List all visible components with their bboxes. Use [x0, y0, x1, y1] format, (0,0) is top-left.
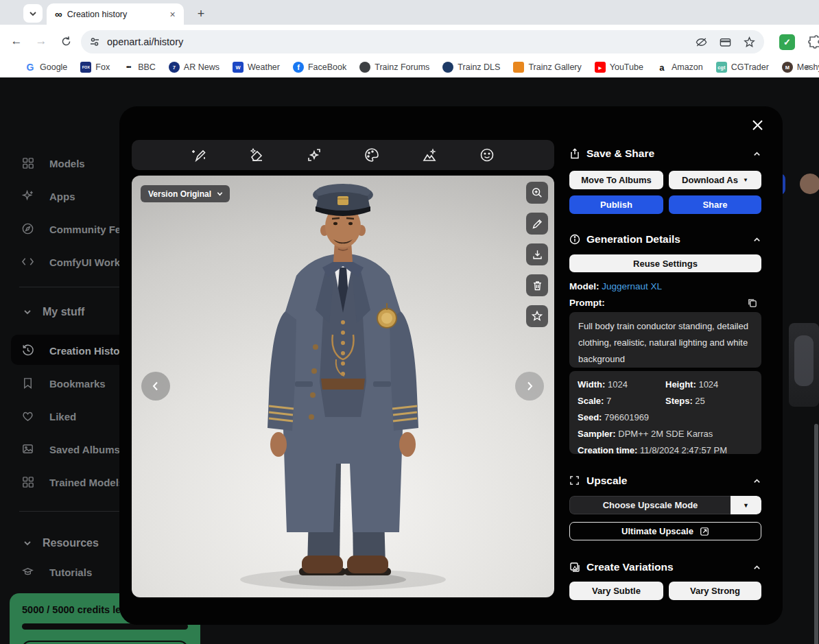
edit-toolbar [132, 140, 554, 170]
palette-icon[interactable] [363, 146, 381, 164]
forward-button[interactable]: → [33, 33, 49, 49]
trash-icon [532, 280, 543, 291]
bookmark-meshy[interactable]: MMeshy [782, 62, 819, 73]
choose-upscale-mode-button[interactable]: Choose Upscale Mode ▼ [569, 496, 761, 514]
close-icon [751, 119, 764, 132]
bookmark-cgtrader[interactable]: cgtCGTrader [716, 62, 769, 73]
generated-image [132, 176, 554, 597]
history-thumbnail-card[interactable] [789, 323, 819, 407]
bookmark-trainz-dls[interactable]: Trainz DLS [442, 62, 500, 73]
bookmark-amazon[interactable]: aAmazon [656, 62, 703, 73]
download-as-button[interactable]: Download As▼ [669, 171, 761, 189]
bookmark-weather[interactable]: WWeather [233, 62, 280, 73]
extensions-puzzle-icon[interactable] [807, 34, 819, 51]
next-image-button[interactable] [515, 372, 544, 401]
star-icon [531, 310, 543, 322]
steps-value: 25 [695, 396, 704, 406]
compass-icon [21, 222, 35, 236]
collapse-chevron-icon[interactable] [752, 563, 761, 572]
collapse-chevron-icon[interactable] [752, 235, 761, 244]
bookmarks-overflow-chevron[interactable]: » [805, 60, 811, 72]
publish-button[interactable]: Publish [569, 195, 663, 214]
save-share-header[interactable]: Save & Share [569, 147, 761, 160]
image-viewer [132, 176, 554, 597]
previous-image-button[interactable] [141, 372, 170, 401]
generation-details-header[interactable]: Generation Details [569, 233, 761, 246]
bookmark-facebook[interactable]: fFaceBook [293, 62, 346, 73]
creation-time-value: 11/8/2024 2:47:57 PM [640, 445, 727, 455]
chevron-down-icon [23, 307, 32, 317]
create-variations-header[interactable]: Create Variations [569, 561, 761, 573]
bookmark-trainz-forums[interactable]: Trainz Forums [359, 62, 429, 73]
share-icon [569, 148, 580, 159]
download-button[interactable] [526, 243, 548, 265]
dropdown-arrow-icon: ▼ [743, 177, 748, 183]
download-icon [532, 249, 543, 261]
url-text: openart.ai/history [107, 36, 695, 47]
zoom-button[interactable] [526, 182, 548, 204]
version-dropdown[interactable]: Version Original [141, 185, 230, 202]
tab-search-button[interactable] [23, 4, 43, 23]
browser-tab[interactable]: ∞ Creation history × [47, 3, 184, 25]
youtube-icon: ▶ [595, 62, 606, 73]
delete-button[interactable] [526, 274, 548, 296]
model-link[interactable]: Juggernaut XL [602, 281, 662, 291]
favorite-button[interactable] [526, 305, 548, 327]
vary-subtle-button[interactable]: Vary Subtle [569, 582, 663, 600]
bbc-icon: ••• [123, 62, 134, 73]
emotion-icon[interactable] [478, 146, 496, 164]
upgrade-button[interactable]: Upgrade [22, 641, 188, 644]
amazon-icon: a [656, 62, 667, 73]
grid-icon [21, 475, 35, 489]
move-to-albums-button[interactable]: Move To Albums [569, 171, 663, 189]
bookmark-star-icon[interactable] [743, 36, 756, 49]
magic-eraser-icon[interactable] [248, 146, 265, 164]
share-button[interactable]: Share [669, 195, 761, 214]
payment-card-icon[interactable] [719, 36, 732, 49]
fox-icon: FOX [80, 62, 91, 73]
generation-params: Width: 1024 Height: 1024 Scale: 7 Steps:… [569, 371, 761, 454]
vary-strong-button[interactable]: Vary Strong [669, 582, 761, 600]
extension-check-icon[interactable]: ✓ [779, 34, 795, 50]
copy-prompt-icon[interactable] [747, 298, 757, 308]
chevron-right-icon [524, 381, 535, 392]
reload-button[interactable] [58, 33, 74, 49]
expand-icon [569, 475, 580, 486]
eye-off-icon[interactable] [695, 36, 708, 49]
ultimate-upscale-button[interactable]: Ultimate Upscale [569, 522, 761, 540]
tutorials-icon [21, 565, 35, 579]
upscale-dropdown-arrow[interactable]: ▼ [731, 496, 761, 514]
folder-icon [513, 62, 524, 73]
collapse-chevron-icon[interactable] [752, 150, 761, 158]
new-tab-button[interactable]: + [193, 6, 209, 21]
bookmark-youtube[interactable]: ▶YouTube [595, 62, 643, 73]
user-avatar[interactable] [800, 174, 819, 194]
heart-icon [21, 409, 35, 423]
magic-edit-icon[interactable] [190, 146, 208, 164]
bookmark-fox[interactable]: FOXFox [80, 62, 110, 73]
back-button[interactable]: ← [8, 33, 25, 49]
bookmark-trainz-gallery[interactable]: Trainz Gallery [513, 62, 581, 73]
image-enhance-icon[interactable] [420, 146, 438, 164]
tab-close-button[interactable]: × [167, 8, 178, 20]
bookmark-icon [21, 377, 35, 390]
url-bar[interactable]: openart.ai/history [81, 30, 764, 53]
bookmark-google[interactable]: GGoogle [25, 62, 67, 73]
upscale-header[interactable]: Upscale [569, 475, 761, 487]
chevron-down-icon [23, 538, 32, 548]
trainz-dls-icon [442, 62, 453, 73]
prompt-text: Full body train conductor standing, deta… [569, 312, 761, 368]
close-modal-button[interactable] [748, 116, 766, 134]
page-scrollbar-right[interactable] [814, 424, 818, 644]
variations-icon [569, 562, 580, 573]
enhance-icon[interactable] [305, 146, 323, 164]
bookmark-bbc[interactable]: •••BBC [123, 62, 156, 73]
zoom-in-icon [531, 187, 543, 199]
site-settings-icon [89, 36, 100, 47]
bookmark-ar-news[interactable]: 7AR News [169, 62, 219, 73]
edit-button[interactable] [526, 213, 548, 235]
chevron-left-icon [150, 381, 161, 392]
collapse-chevron-icon[interactable] [752, 477, 761, 486]
pencil-icon [532, 218, 543, 230]
reuse-settings-button[interactable]: Reuse Settings [569, 254, 761, 272]
